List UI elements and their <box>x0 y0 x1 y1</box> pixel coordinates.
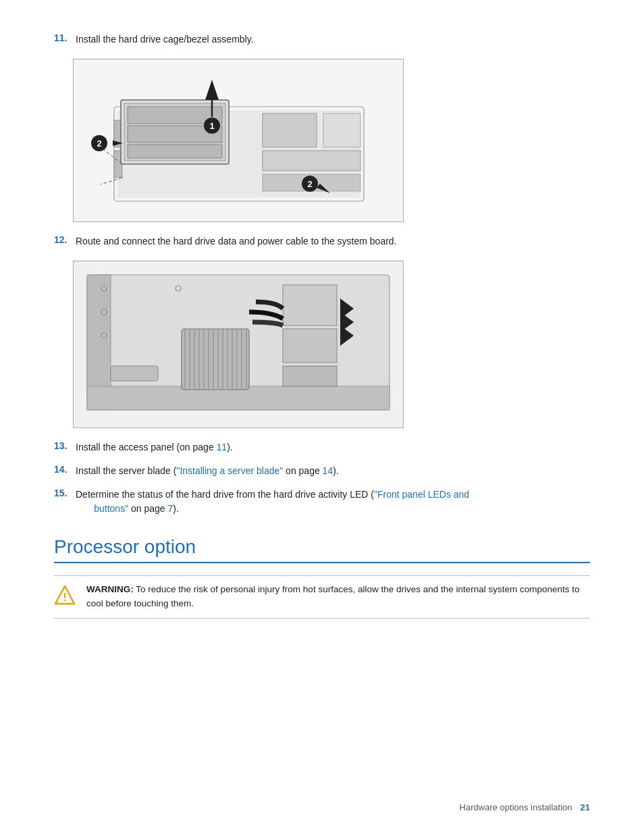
step-11-text: Install the hard drive cage/bezel assemb… <box>76 32 254 47</box>
link-installing-server-blade[interactable]: "Installing a server blade" <box>176 465 283 476</box>
svg-rect-46 <box>283 329 337 363</box>
svg-rect-55 <box>111 366 158 381</box>
section-title-processor-option: Processor option <box>54 536 590 563</box>
step-11-num: 11. <box>54 32 73 43</box>
step-14-text: Install the server blade ("Installing a … <box>76 464 339 478</box>
footer: Hardware options installation 21 <box>460 802 590 812</box>
warning-label: WARNING: <box>86 584 134 594</box>
step-14-num: 14. <box>54 464 73 475</box>
image-cable-routing <box>73 261 404 428</box>
link-page-7[interactable]: 7 <box>168 503 173 514</box>
svg-rect-45 <box>283 285 337 325</box>
page-content: 11. Install the hard drive cage/bezel as… <box>0 0 644 659</box>
warning-body: To reduce the risk of personal injury fr… <box>86 584 580 608</box>
link-front-panel-leds[interactable]: "Front panel LEDs and buttons" <box>76 489 469 514</box>
svg-text:2: 2 <box>97 138 101 149</box>
svg-rect-5 <box>263 151 360 171</box>
svg-rect-47 <box>283 366 337 386</box>
step-13: 13. Install the access panel (on page 11… <box>54 440 590 454</box>
warning-icon: ! <box>54 584 78 608</box>
illustration-1: 1 2 2 <box>74 59 403 221</box>
step-12: 12. Route and connect the hard drive dat… <box>54 234 590 249</box>
svg-text:1: 1 <box>209 121 214 131</box>
step-15-text: Determine the status of the hard drive f… <box>76 488 469 516</box>
svg-text:2: 2 <box>307 179 312 189</box>
svg-rect-13 <box>128 145 222 158</box>
footer-page-number: 21 <box>581 802 590 812</box>
image-hdd-cage: 1 2 2 <box>73 59 404 222</box>
footer-section-label: Hardware options installation <box>460 802 572 812</box>
step-12-text: Route and connect the hard drive data an… <box>76 234 397 249</box>
warning-box: ! WARNING: To reduce the risk of persona… <box>54 575 590 619</box>
step-14: 14. Install the server blade ("Installin… <box>54 464 590 478</box>
illustration-2 <box>74 261 403 427</box>
warning-text: WARNING: To reduce the risk of personal … <box>86 583 590 611</box>
step-15: 15. Determine the status of the hard dri… <box>54 488 590 516</box>
svg-text:!: ! <box>63 592 66 603</box>
step-15-num: 15. <box>54 488 73 498</box>
svg-rect-3 <box>263 113 317 147</box>
link-page-11[interactable]: 11 <box>217 442 227 452</box>
step-11: 11. Install the hard drive cage/bezel as… <box>54 32 590 47</box>
step-13-num: 13. <box>54 440 73 451</box>
svg-rect-4 <box>323 113 360 147</box>
svg-rect-30 <box>182 329 249 390</box>
step-13-text: Install the access panel (on page 11). <box>76 440 233 454</box>
link-page-14[interactable]: 14 <box>323 465 333 476</box>
step-12-num: 12. <box>54 234 73 245</box>
